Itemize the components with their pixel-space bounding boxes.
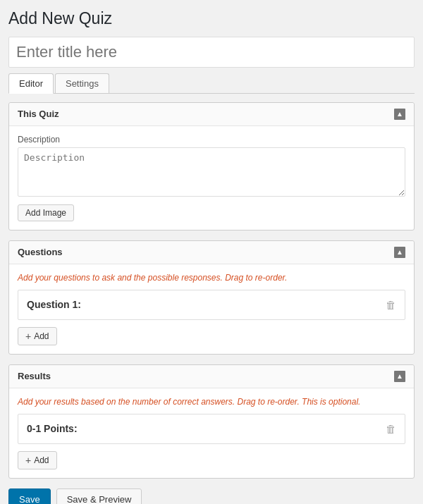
result-item: 0-1 Points: 🗑: [18, 414, 405, 444]
questions-panel-toggle[interactable]: ▲: [394, 247, 405, 258]
quiz-panel-toggle[interactable]: ▲: [394, 109, 405, 120]
questions-panel: Questions ▲ Add your questions to ask an…: [8, 240, 415, 355]
question-item: Question 1: 🗑: [18, 290, 405, 320]
quiz-panel: This Quiz ▲ Description Add Image: [8, 102, 415, 231]
results-instructions: Add your results based on the number of …: [18, 397, 405, 407]
quiz-panel-header: This Quiz ▲: [9, 103, 414, 126]
add-result-button[interactable]: + Add: [18, 451, 57, 469]
questions-panel-body: Add your questions to ask and the possib…: [9, 264, 414, 354]
question-item-label: Question 1:: [27, 299, 81, 310]
page-title: Add New Quiz: [8, 8, 415, 30]
save-preview-button[interactable]: Save & Preview: [56, 488, 142, 504]
results-panel: Results ▲ Add your results based on the …: [8, 364, 415, 479]
quiz-panel-body: Description Add Image: [9, 126, 414, 230]
description-textarea[interactable]: [18, 147, 405, 197]
questions-panel-header: Questions ▲: [9, 241, 414, 264]
results-panel-header: Results ▲: [9, 365, 414, 388]
tab-editor[interactable]: Editor: [8, 73, 54, 94]
delete-question-icon[interactable]: 🗑: [386, 299, 396, 311]
result-item-label: 0-1 Points:: [27, 423, 78, 434]
plus-icon-result: +: [25, 455, 31, 466]
save-button[interactable]: Save: [8, 488, 51, 504]
description-label: Description: [18, 135, 405, 145]
quiz-panel-title: This Quiz: [18, 109, 59, 119]
add-result-label: Add: [34, 455, 49, 465]
results-panel-toggle[interactable]: ▲: [394, 371, 405, 382]
add-image-button[interactable]: Add Image: [18, 204, 74, 221]
quiz-title-input[interactable]: [8, 37, 415, 68]
tabs-bar: Editor Settings: [8, 73, 415, 94]
plus-icon: +: [25, 331, 31, 342]
delete-result-icon[interactable]: 🗑: [386, 423, 396, 435]
add-question-label: Add: [34, 331, 49, 341]
tab-settings[interactable]: Settings: [55, 73, 109, 93]
questions-instructions: Add your questions to ask and the possib…: [18, 273, 405, 283]
results-panel-title: Results: [18, 371, 51, 381]
results-panel-body: Add your results based on the number of …: [9, 388, 414, 478]
add-question-button[interactable]: + Add: [18, 327, 57, 345]
footer-buttons: Save Save & Preview: [8, 488, 415, 504]
questions-panel-title: Questions: [18, 247, 63, 257]
